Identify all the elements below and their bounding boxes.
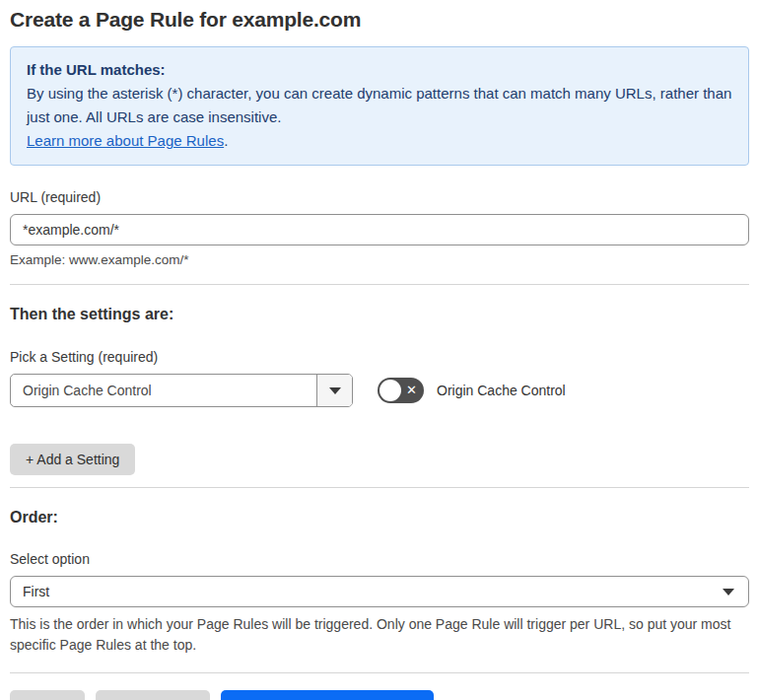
create-page-rule-form: Create a Page Rule for example.com If th… (0, 0, 759, 700)
toggle-off-x-icon: ✕ (406, 384, 417, 396)
url-field-label: URL (required) (10, 189, 749, 205)
info-box-link-line: Learn more about Page Rules. (27, 129, 732, 153)
link-suffix: . (224, 132, 228, 149)
toggle-knob (380, 380, 401, 401)
settings-section-heading: Then the settings are: (10, 306, 749, 323)
save-as-draft-button[interactable]: Save as Draft (96, 690, 211, 700)
order-help-text: This is the order in which your Page Rul… (10, 614, 747, 656)
add-setting-button[interactable]: + Add a Setting (10, 444, 135, 475)
order-section-heading: Order: (10, 509, 749, 526)
pick-setting-label: Pick a Setting (required) (10, 349, 749, 365)
save-and-deploy-button[interactable]: Save and Deploy Page Rule (221, 690, 434, 700)
url-input[interactable] (10, 214, 749, 245)
order-select-value: First (23, 584, 49, 599)
setting-select-value: Origin Cache Control (11, 375, 316, 406)
setting-row: Origin Cache Control ✕ Origin Cache Cont… (10, 374, 749, 407)
page-title: Create a Page Rule for example.com (10, 8, 749, 32)
cancel-button[interactable]: Cancel (10, 690, 85, 700)
form-actions: Cancel Save as Draft Save and Deploy Pag… (10, 690, 749, 700)
setting-select[interactable]: Origin Cache Control (10, 374, 353, 407)
divider (10, 672, 749, 673)
learn-more-link[interactable]: Learn more about Page Rules (27, 132, 224, 149)
origin-cache-control-toggle[interactable]: ✕ (378, 378, 424, 403)
order-select-label: Select option (10, 551, 749, 567)
url-example-text: Example: www.example.com/* (10, 252, 749, 267)
info-box-body: By using the asterisk (*) character, you… (27, 82, 732, 129)
divider (10, 284, 749, 285)
chevron-down-icon (723, 589, 734, 595)
toggle-label: Origin Cache Control (437, 383, 566, 398)
url-match-info-box: If the URL matches: By using the asteris… (10, 46, 749, 166)
order-select[interactable]: First (10, 576, 749, 607)
chevron-down-icon (329, 387, 341, 394)
divider (10, 487, 749, 488)
setting-select-arrow-button[interactable] (316, 375, 352, 406)
info-box-heading: If the URL matches: (27, 58, 732, 82)
